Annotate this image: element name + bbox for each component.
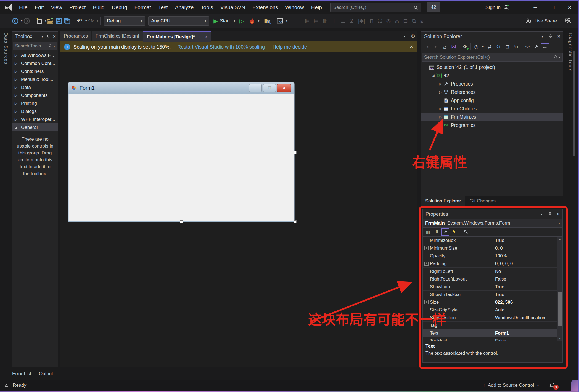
toolbox-group-common-cont-[interactable]: ▷Common Cont... [12,59,58,67]
form-close-button[interactable]: ✕ [277,84,291,92]
designer-window-caret[interactable]: ▾ [286,19,287,23]
property-row-padding[interactable]: +Padding0, 0, 0, 0 [423,260,562,268]
menu-file[interactable]: File [15,1,31,14]
se-sync-icon[interactable]: ⟳ [461,43,469,50]
property-value[interactable]: WindowsDefaultLocation [492,315,562,320]
se-search-icon[interactable] [554,55,558,59]
se-back-icon[interactable]: ◂ [423,43,431,50]
feedback-icon[interactable] [564,16,572,26]
collapsed-icon[interactable]: ▷ [15,110,18,113]
align-middles-icon[interactable]: ⊥ [341,18,345,24]
toolbox-pin-icon[interactable] [45,33,51,40]
doc-tab-frmchild-cs-design-[interactable]: FrmChild.cs [Design] [92,31,143,41]
vert-spacing-icon[interactable]: ⊟ [403,18,408,24]
hot-reload-caret[interactable]: ▾ [258,19,260,23]
tab-pin-icon[interactable]: ⊣ [198,35,202,39]
toolbox-group-dialogs[interactable]: ▷Dialogs [12,107,58,115]
toolbox-group-containers[interactable]: ▷Containers [12,67,58,75]
property-value[interactable]: True [492,284,562,289]
scrollbar-thumb[interactable] [558,292,562,326]
collapsed-icon[interactable]: ▷ [15,86,18,89]
solution-badge[interactable]: 42 [427,2,440,12]
right-strip-scrollbar[interactable] [573,51,575,156]
menu-project[interactable]: Project [66,1,89,14]
data-sources-tab[interactable]: Data Sources [3,33,9,64]
scrollbar-up-icon[interactable]: ▲ [557,237,562,242]
tree-item-42[interactable]: ◢C#42 [421,71,563,80]
close-button[interactable]: ✕ [561,1,578,14]
property-value[interactable]: 822, 506 [492,300,562,305]
solution-explorer-close-icon[interactable]: ✕ [555,33,563,40]
doc-tab-frmmain-cs-design-[interactable]: FrmMain.cs [Design]*⊣✕ [143,31,212,42]
tree-item-properties[interactable]: ▷Properties [421,80,563,88]
toolbox-group-all-windows-f-[interactable]: ▷All Windows F... [12,51,58,59]
minimize-button[interactable]: ─ [527,1,544,14]
zoom-icon[interactable]: ◎ [386,18,391,24]
bring-front-icon[interactable]: ⧉ [412,18,416,24]
navigate-back-button[interactable] [11,16,19,26]
task-list-icon[interactable] [3,382,9,388]
align-tops-icon[interactable]: ⊤ [332,18,337,24]
solution-explorer-pin-icon[interactable] [546,33,555,40]
zoom-fit-icon[interactable]: ⛶ [378,18,382,24]
menu-view[interactable]: View [47,1,66,14]
diagnostic-tools-tab[interactable]: Diagnostic Tools [567,33,573,71]
property-value[interactable]: Auto [492,307,562,313]
expand-property-icon[interactable]: + [424,262,429,266]
collapsed-icon[interactable]: ▷ [15,54,18,57]
doc-tab-program-cs[interactable]: Program.cs [60,31,91,41]
solution-explorer-dropdown-icon[interactable]: ▾ [538,33,546,40]
se-view-code-icon[interactable]: <> [523,43,532,50]
menu-window[interactable]: Window [282,1,308,14]
events-icon[interactable]: ϟ [450,228,458,236]
form-title-bar[interactable]: Form1 ▁ ❐ ✕ [68,82,294,94]
property-row-opacity[interactable]: Opacity100% [423,252,562,260]
se-pending-caret[interactable]: ▾ [481,43,485,50]
tree-item-program-cs[interactable]: ▷C#Program.cs [421,121,563,129]
tree-item-frmmain-cs[interactable]: ▷FrmMain.cs [421,113,563,121]
sign-in-button[interactable]: Sign in [485,1,509,14]
start-without-debug-button[interactable]: ▷ [237,16,246,26]
categorized-icon[interactable]: ▦ [424,228,432,236]
toolbox-group-components[interactable]: ▷Components [12,91,58,99]
redo-caret[interactable]: ▾ [97,19,99,23]
collapsed-icon[interactable]: ▷ [15,62,18,65]
toolbox-group-wpf-interoper-[interactable]: ▷WPF Interoper... [12,115,58,123]
se-home-icon[interactable]: ⌂ [441,43,449,50]
property-value[interactable]: 100% [492,253,562,258]
property-value[interactable]: True [492,292,562,297]
tab-settings-gear-icon[interactable]: ⚙ [409,31,417,41]
collapsed-icon[interactable]: ▷ [15,118,18,121]
save-all-button[interactable] [63,16,71,26]
se-pending-changes-icon[interactable]: ◷ [472,43,480,50]
property-row-text[interactable]: TextForm1 [423,329,562,337]
align-centers-icon[interactable]: ⊨ [314,18,319,24]
search-icon[interactable] [414,5,418,10]
infobar-restart-link[interactable]: Restart Visual Studio with 100% scaling [177,44,265,50]
new-project-button[interactable] [35,16,43,26]
open-file-button[interactable] [46,16,55,26]
properties-view-icon[interactable] [441,228,449,236]
infobar-help-link[interactable]: Help me decide [273,44,307,50]
se-copy-icon[interactable]: ⧉ [512,43,520,50]
properties-dropdown-icon[interactable]: ▾ [538,210,546,218]
panel-tab-git-changes[interactable]: Git Changes [466,196,499,206]
menu-tools[interactable]: Tools [197,1,216,14]
menu-format[interactable]: Format [131,1,155,14]
property-row-showintaskbar[interactable]: ShowInTaskbarTrue [423,291,562,298]
form-minimize-button[interactable]: ▁ [249,84,262,92]
notifications-bell[interactable]: 3 [549,382,556,389]
collapsed-icon[interactable]: ▷ [438,115,443,119]
property-pages-icon[interactable] [462,228,470,236]
property-value[interactable]: False [492,276,562,282]
property-row-topmost[interactable]: TopMostFalse [423,337,562,341]
solution-configurations-combo[interactable]: Debug▾ [104,16,145,26]
collapsed-icon[interactable]: ▷ [438,82,443,86]
find-in-files-button[interactable] [263,16,272,26]
property-value[interactable]: Form1 [492,330,562,336]
collapsed-icon[interactable]: ▷ [15,94,18,97]
tab-close-icon[interactable]: ✕ [205,35,208,39]
tool-tab-error-list[interactable]: Error List [12,371,31,377]
tree-item-solution-42-1-of-1-project-[interactable]: Solution '42' (1 of 1 project) [421,63,563,71]
property-value[interactable]: No [492,269,562,274]
